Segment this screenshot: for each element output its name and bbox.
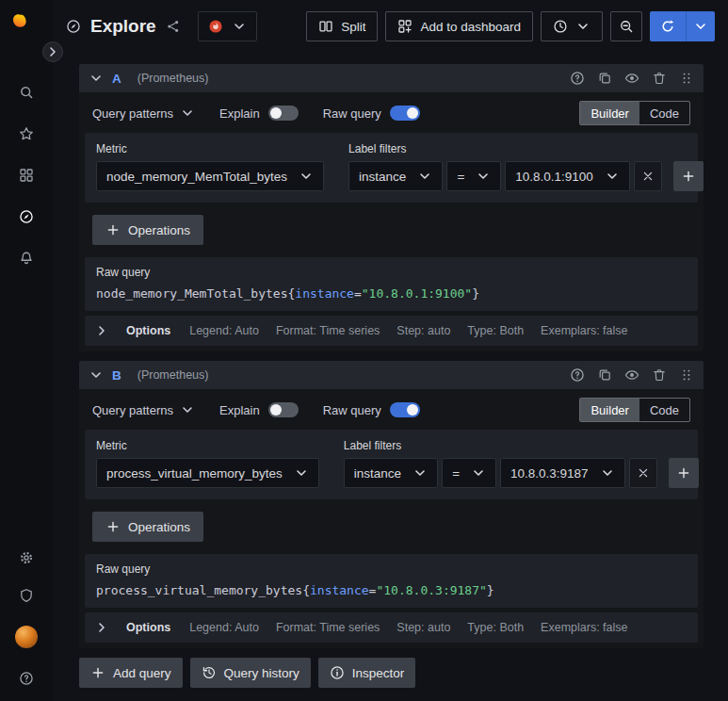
raw-query-switch[interactable] <box>390 402 420 417</box>
collapse-chevron-icon[interactable] <box>89 367 104 383</box>
duplicate-query-icon[interactable] <box>597 367 612 383</box>
explain-label: Explain <box>219 403 260 417</box>
query-row-header[interactable]: A (Prometheus) <box>79 64 704 92</box>
toggle-visibility-eye-icon[interactable] <box>624 367 639 383</box>
metric-select[interactable]: process_virtual_memory_bytes <box>96 458 319 488</box>
raw-query-toggle[interactable]: Raw query <box>323 402 420 417</box>
filter-row: instance = 10.8.0.1:9100 <box>348 161 704 191</box>
options-title: Options <box>126 324 170 337</box>
refresh-interval-dropdown[interactable] <box>686 11 715 41</box>
query-patterns-dropdown[interactable]: Query patterns <box>92 402 195 417</box>
alerting-bell-icon[interactable] <box>19 251 34 266</box>
datasource-picker[interactable] <box>198 11 257 41</box>
filter-label-select[interactable]: instance <box>344 458 438 488</box>
filter-value: 10.8.0.3:9187 <box>510 466 589 481</box>
switch-knob <box>270 404 282 416</box>
chevron-down-icon <box>413 465 428 481</box>
help-icon[interactable] <box>19 671 34 686</box>
options-exemplars: Exemplars: false <box>541 621 627 634</box>
explain-switch[interactable] <box>268 106 299 121</box>
query-row-header[interactable]: B (Prometheus) <box>79 361 704 389</box>
chevron-right-icon[interactable] <box>94 323 109 338</box>
add-operations-button[interactable]: Operations <box>92 512 203 542</box>
builder-mode-button[interactable]: Builder <box>580 102 639 124</box>
drag-handle-icon[interactable] <box>679 367 694 383</box>
add-to-dashboard-button[interactable]: Add to dashboard <box>385 11 533 41</box>
explore-content: A (Prometheus) Query patterns <box>53 53 728 701</box>
inspector-button[interactable]: Inspector <box>318 658 416 688</box>
add-query-button[interactable]: Add query <box>79 658 183 688</box>
starred-icon[interactable] <box>19 126 34 141</box>
builder-editor: Metric node_memory_MemTotal_bytes Label … <box>85 133 698 203</box>
chevron-right-icon[interactable] <box>94 620 109 635</box>
raw-query-code: node_memory_MemTotal_bytes{instance="10.… <box>96 286 479 301</box>
switch-knob <box>407 404 418 416</box>
filter-value: 10.8.0.1:9100 <box>515 170 593 184</box>
filter-label-select[interactable]: instance <box>348 161 443 191</box>
chevron-right-icon <box>45 44 60 59</box>
query-help-icon[interactable] <box>570 367 585 383</box>
chevron-down-icon <box>180 106 195 121</box>
code-mode-button[interactable]: Code <box>639 399 689 421</box>
remove-query-trash-icon[interactable] <box>652 367 667 383</box>
share-icon[interactable] <box>166 19 181 34</box>
code-label-name: instance <box>310 583 369 597</box>
raw-query-switch[interactable] <box>390 106 420 121</box>
add-to-dashboard-label: Add to dashboard <box>420 20 521 34</box>
plus-icon <box>105 222 121 237</box>
filter-value-select[interactable]: 10.8.0.1:9100 <box>505 161 630 191</box>
remove-filter-button[interactable] <box>629 458 657 488</box>
query-help-icon[interactable] <box>570 71 585 86</box>
query-history-button[interactable]: Query history <box>190 658 311 688</box>
duplicate-query-icon[interactable] <box>597 71 612 86</box>
remove-query-trash-icon[interactable] <box>652 71 667 86</box>
metric-select[interactable]: node_memory_MemTotal_bytes <box>96 161 324 191</box>
user-avatar[interactable] <box>15 626 38 648</box>
code-mode-button[interactable]: Code <box>639 102 689 124</box>
explain-toggle[interactable]: Explain <box>219 106 299 121</box>
sidebar-expand-button[interactable] <box>42 41 63 62</box>
collapse-chevron-icon[interactable] <box>89 71 104 86</box>
query-options-row[interactable]: Options Legend: Auto Format: Time series… <box>85 316 698 346</box>
raw-query-toggle[interactable]: Raw query <box>323 106 420 121</box>
remove-filter-button[interactable] <box>634 161 662 191</box>
filter-operator-select[interactable]: = <box>442 458 496 488</box>
time-picker-button[interactable] <box>541 11 603 41</box>
query-options-row[interactable]: Options Legend: Auto Format: Time series… <box>85 612 698 643</box>
search-icon[interactable] <box>19 85 34 100</box>
filter-label-value: instance <box>354 466 401 481</box>
grafana-app: Explore Split Add to dashboard <box>0 0 728 701</box>
editor-mode-switcher: Builder Code <box>579 398 690 422</box>
run-query-button[interactable] <box>650 11 686 41</box>
drag-handle-icon[interactable] <box>679 71 694 86</box>
query-patterns-dropdown[interactable]: Query patterns <box>92 106 195 121</box>
admin-shield-icon[interactable] <box>19 588 34 603</box>
filter-value-select[interactable]: 10.8.0.3:9187 <box>500 458 625 488</box>
add-filter-button[interactable] <box>669 458 699 488</box>
metric-field: Metric process_virtual_memory_bytes <box>96 439 319 488</box>
query-ref-id: A <box>112 72 121 86</box>
raw-query-code: process_virtual_memory_bytes{instance="1… <box>96 583 494 597</box>
filter-operator-select[interactable]: = <box>446 161 501 191</box>
chevron-down-icon <box>600 465 615 481</box>
plus-icon <box>676 465 691 481</box>
settings-gear-icon[interactable] <box>19 550 34 565</box>
query-datasource-label: (Prometheus) <box>138 368 209 382</box>
explain-toggle[interactable]: Explain <box>219 402 299 417</box>
explain-switch[interactable] <box>268 402 299 417</box>
zoom-out-button[interactable] <box>610 11 642 41</box>
explain-label: Explain <box>219 106 260 121</box>
toggle-visibility-eye-icon[interactable] <box>624 71 639 86</box>
raw-query-title: Raw query <box>96 266 687 279</box>
filter-row: instance = 10.8.0.3:9187 <box>344 458 699 488</box>
code-label-value: "10.8.0.3:9187" <box>376 583 486 597</box>
query-datasource-label: (Prometheus) <box>138 72 209 85</box>
grafana-logo-icon[interactable] <box>12 13 40 41</box>
split-button[interactable]: Split <box>306 11 378 41</box>
dashboards-icon[interactable] <box>19 168 34 183</box>
add-operations-button[interactable]: Operations <box>92 215 203 245</box>
builder-mode-button[interactable]: Builder <box>580 399 639 421</box>
explore-icon[interactable] <box>19 209 34 224</box>
add-filter-button[interactable] <box>673 161 704 191</box>
top-header: Explore Split Add to dashboard <box>53 0 728 53</box>
